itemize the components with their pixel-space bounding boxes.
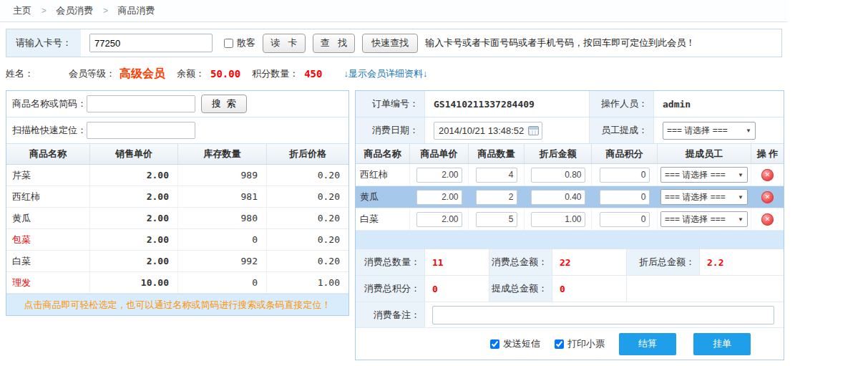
stock-qty: 981 bbox=[178, 186, 267, 207]
unit-price-input[interactable] bbox=[416, 212, 462, 227]
discount-amount-input[interactable] bbox=[531, 212, 585, 227]
order-row[interactable]: 白菜 === 请选择 === ▼ ✕ bbox=[356, 208, 784, 231]
operator-label: 操作人员： bbox=[590, 91, 654, 117]
summary-row-2: 消费总积分： 0 提成总金额： 0 bbox=[356, 276, 784, 302]
breadcrumb-home[interactable]: 主页 bbox=[13, 5, 31, 16]
table-row[interactable]: 西红柿 2.00 981 0.20 bbox=[6, 186, 348, 208]
scan-locate-input[interactable] bbox=[87, 122, 195, 139]
consume-date-label: 消费日期： bbox=[356, 117, 425, 143]
col-commission-staff: 提成员工 bbox=[658, 144, 751, 163]
guest-checkbox-group[interactable]: 散客 bbox=[224, 37, 255, 49]
points-label: 积分数量： bbox=[252, 67, 298, 80]
table-row[interactable]: 芹菜 2.00 989 0.20 bbox=[6, 165, 348, 186]
sale-price: 2.00 bbox=[90, 251, 178, 271]
total-qty-label: 消费总数量： bbox=[356, 249, 425, 275]
discount-amount-input[interactable] bbox=[531, 168, 585, 183]
staff-commission-cell: === 请选择 === ▼ bbox=[654, 117, 784, 143]
col-qty: 商品数量 bbox=[469, 144, 525, 163]
guest-checkbox[interactable] bbox=[224, 39, 233, 48]
breadcrumb-member-consume[interactable]: 会员消费 bbox=[56, 5, 93, 16]
order-product-name: 黄瓜 bbox=[356, 186, 410, 208]
member-info-row: 姓名： 会员等级： 高级会员 余额： 50.00 积分数量： 450 ↓显示会员… bbox=[6, 57, 868, 90]
show-member-detail-link[interactable]: ↓显示会员详细资料↓ bbox=[343, 67, 427, 80]
settle-button[interactable]: 结算 bbox=[619, 333, 676, 355]
print-ticket-group[interactable]: 打印小票 bbox=[555, 337, 605, 350]
print-ticket-checkbox[interactable] bbox=[555, 339, 564, 349]
product-search-input[interactable] bbox=[87, 95, 195, 112]
table-row[interactable]: 包菜 2.00 0 0.20 bbox=[6, 229, 348, 251]
chevron-down-icon: ▼ bbox=[746, 127, 751, 134]
sale-price: 2.00 bbox=[90, 229, 178, 250]
unit-price-input[interactable] bbox=[416, 168, 462, 183]
row-staff-select[interactable]: === 请选择 === ▼ bbox=[660, 167, 748, 183]
discount-price: 0.20 bbox=[267, 229, 348, 250]
discount-price: 0.20 bbox=[267, 251, 348, 271]
row-staff-select[interactable]: === 请选择 === ▼ bbox=[660, 211, 748, 227]
order-row[interactable]: 西红柿 === 请选择 === ▼ ✕ bbox=[356, 164, 784, 186]
delete-row-icon[interactable]: ✕ bbox=[761, 169, 774, 181]
action-row: 发送短信 打印小票 结算 挂单 bbox=[356, 328, 784, 360]
product-name: 芹菜 bbox=[6, 165, 90, 186]
total-amount-value: 22 bbox=[552, 249, 627, 275]
delete-row-icon[interactable]: ✕ bbox=[761, 213, 774, 226]
points-input[interactable] bbox=[600, 190, 650, 205]
calendar-icon[interactable] bbox=[528, 126, 539, 135]
points-input[interactable] bbox=[600, 168, 650, 183]
card-number-input[interactable] bbox=[89, 34, 213, 52]
points-value: 450 bbox=[304, 68, 322, 80]
remark-input[interactable] bbox=[432, 306, 774, 324]
consume-date-input[interactable]: 2014/10/21 13:48:52 bbox=[434, 122, 542, 140]
send-sms-group[interactable]: 发送短信 bbox=[490, 337, 540, 350]
table-row[interactable]: 黄瓜 2.00 980 0.20 bbox=[6, 208, 348, 229]
qty-input[interactable] bbox=[476, 168, 517, 183]
scan-locate-row: 扫描枪快速定位： bbox=[6, 117, 348, 144]
chevron-right-icon: > bbox=[42, 6, 47, 16]
find-button[interactable]: 查 找 bbox=[313, 34, 356, 53]
hold-order-button[interactable]: 挂单 bbox=[693, 333, 751, 355]
order-info-row: 订单编号： GS1410211337284409 操作人员： admin bbox=[356, 91, 784, 117]
read-card-button[interactable]: 读 卡 bbox=[263, 34, 306, 53]
scan-locate-label: 扫描枪快速定位： bbox=[6, 124, 87, 137]
product-name: 理发 bbox=[6, 272, 90, 293]
search-button[interactable]: 搜 索 bbox=[201, 95, 247, 113]
qty-input[interactable] bbox=[476, 190, 517, 205]
total-qty-value: 11 bbox=[425, 249, 489, 275]
col-discount-amount: 折后金额 bbox=[525, 144, 592, 163]
chevron-down-icon: ▼ bbox=[738, 194, 743, 201]
discount-amount-input[interactable] bbox=[531, 190, 585, 205]
points-input[interactable] bbox=[600, 212, 650, 227]
row-staff-select[interactable]: === 请选择 === ▼ bbox=[660, 189, 748, 205]
unit-price-input[interactable] bbox=[416, 190, 462, 205]
col-unit-price: 商品单价 bbox=[410, 144, 469, 163]
guest-label: 散客 bbox=[237, 37, 255, 49]
delete-row-icon[interactable]: ✕ bbox=[761, 191, 774, 203]
table-row[interactable]: 理发 10.00 0 1.00 bbox=[6, 272, 348, 294]
discount-price: 0.20 bbox=[267, 186, 348, 207]
staff-commission-select[interactable]: === 请选择 === ▼ bbox=[663, 122, 756, 140]
product-search-label: 商品名称或简码： bbox=[6, 97, 87, 110]
quick-find-button[interactable]: 快速查找 bbox=[362, 34, 418, 53]
commission-total-value: 0 bbox=[552, 276, 627, 302]
product-name: 包菜 bbox=[6, 229, 90, 250]
total-amount-label: 消费总金额： bbox=[489, 249, 552, 275]
col-action: 操 作 bbox=[751, 144, 784, 163]
chevron-down-icon: ▼ bbox=[738, 216, 743, 223]
spacer-band bbox=[356, 231, 784, 249]
staff-commission-label: 员工提成： bbox=[590, 117, 654, 143]
order-table-header: 商品名称 商品单价 商品数量 折后金额 商品积分 提成员工 操 作 bbox=[356, 144, 784, 164]
row-staff-select-value: === 请选择 === bbox=[665, 213, 726, 226]
qty-input[interactable] bbox=[476, 212, 517, 227]
consume-date-cell: 2014/10/21 13:48:52 bbox=[425, 117, 590, 143]
order-product-name: 西红柿 bbox=[356, 164, 410, 186]
send-sms-checkbox[interactable] bbox=[490, 339, 499, 349]
breadcrumb-goods-consume[interactable]: 商品消费 bbox=[118, 5, 155, 16]
summary-empty-cell bbox=[627, 276, 784, 302]
order-row-selected[interactable]: 黄瓜 === 请选择 === ▼ ✕ bbox=[356, 186, 784, 208]
product-table-header: 商品名称 销售单价 库存数量 折后价格 bbox=[6, 144, 348, 165]
order-no-label: 订单编号： bbox=[356, 91, 425, 117]
main-content: 商品名称或简码： 搜 索 扫描枪快速定位： 商品名称 销售单价 库存数量 折后价… bbox=[6, 90, 868, 360]
table-row[interactable]: 白菜 2.00 992 0.20 bbox=[6, 251, 348, 272]
stock-qty: 992 bbox=[178, 251, 267, 271]
chevron-down-icon: ▼ bbox=[738, 172, 743, 178]
commission-total-label: 提成总金额： bbox=[489, 276, 552, 302]
